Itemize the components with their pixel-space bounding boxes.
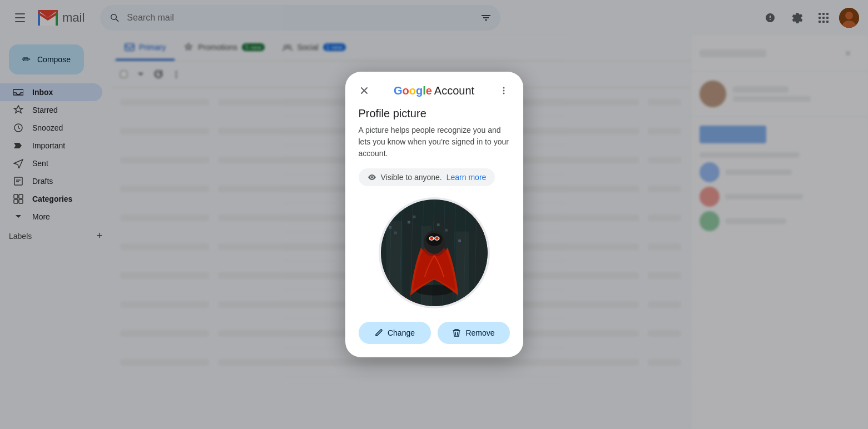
account-word: Account xyxy=(434,84,474,97)
visibility-text: Visible to anyone. xyxy=(381,173,442,182)
svg-rect-43 xyxy=(413,216,415,218)
svg-point-61 xyxy=(430,237,433,240)
svg-rect-45 xyxy=(445,229,448,232)
svg-rect-41 xyxy=(394,232,397,235)
modal-actions: Change Remove xyxy=(359,322,510,344)
modal-header: Google Account xyxy=(345,72,523,107)
svg-point-58 xyxy=(426,233,442,246)
profile-image-container xyxy=(359,197,510,308)
change-button-label: Change xyxy=(388,328,415,337)
svg-rect-42 xyxy=(408,221,410,223)
visibility-badge: Visible to anyone. Learn more xyxy=(359,168,495,186)
visibility-icon xyxy=(368,173,376,182)
svg-rect-44 xyxy=(437,223,439,226)
modal-title: Google Account xyxy=(394,84,474,97)
change-button[interactable]: Change xyxy=(359,322,431,344)
remove-button[interactable]: Remove xyxy=(438,322,510,344)
svg-rect-46 xyxy=(458,240,461,242)
svg-point-31 xyxy=(503,93,505,94)
modal-more-button[interactable] xyxy=(494,81,514,101)
modal-close-button[interactable] xyxy=(354,81,374,101)
modal-overlay: Google Account Profile picture A picture… xyxy=(0,0,868,429)
profile-picture-description: A picture helps people recognize you and… xyxy=(359,124,510,159)
edit-icon xyxy=(374,328,383,337)
profile-image xyxy=(379,197,490,308)
google-g-letter: Google xyxy=(394,84,432,97)
profile-image-svg xyxy=(381,197,488,308)
remove-button-label: Remove xyxy=(465,328,494,337)
modal-body: Profile picture A picture helps people r… xyxy=(345,107,523,357)
svg-point-30 xyxy=(503,90,505,92)
profile-picture-title: Profile picture xyxy=(359,107,510,120)
profile-picture-modal: Google Account Profile picture A picture… xyxy=(345,72,523,357)
close-icon xyxy=(359,86,369,96)
trash-icon xyxy=(452,328,461,337)
svg-rect-40 xyxy=(389,226,391,229)
learn-more-link[interactable]: Learn more xyxy=(447,173,487,182)
svg-point-62 xyxy=(435,237,438,240)
more-vert-icon xyxy=(499,86,509,96)
svg-rect-39 xyxy=(472,223,488,306)
svg-point-29 xyxy=(503,87,505,89)
